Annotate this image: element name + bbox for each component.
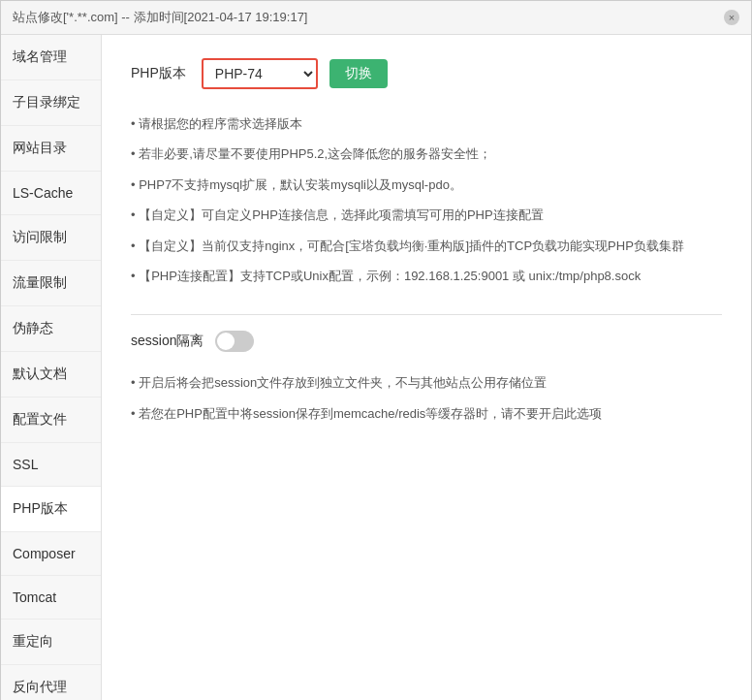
window-title: 站点修改['*.**.com] -- 添加时间[2021-04-17 19:19… — [13, 9, 307, 26]
sidebar-item-ssl[interactable]: SSL — [1, 443, 101, 487]
switch-button[interactable]: 切换 — [329, 59, 388, 88]
session-toggle[interactable] — [215, 331, 254, 352]
sidebar-item-reverse_proxy[interactable]: 反向代理 — [1, 665, 101, 700]
sidebar-item-subdir[interactable]: 子目录绑定 — [1, 80, 101, 126]
php-version-label: PHP版本 — [131, 65, 186, 82]
info-item: 若非必要,请尽量不要使用PHP5.2,这会降低您的服务器安全性； — [131, 139, 722, 169]
info-item: PHP7不支持mysql扩展，默认安装mysqli以及mysql-pdo。 — [131, 170, 722, 200]
session-row: session隔离 — [131, 331, 722, 352]
sidebar-item-default_doc[interactable]: 默认文档 — [1, 352, 101, 398]
main-window: 站点修改['*.**.com] -- 添加时间[2021-04-17 19:19… — [0, 0, 752, 700]
session-info-item: 开启后将会把session文件存放到独立文件夹，不与其他站点公用存储位置 — [131, 367, 722, 398]
sidebar-item-webroot[interactable]: 网站目录 — [1, 126, 101, 172]
sidebar-item-pseudo[interactable]: 伪静态 — [1, 306, 101, 352]
sidebar-item-domain[interactable]: 域名管理 — [1, 35, 101, 80]
info-item: 【自定义】当前仅支持nginx，可配合[宝塔负载均衡·重构版]插件的TCP负载功… — [131, 231, 722, 261]
session-label: session隔离 — [131, 333, 204, 350]
session-info-list: 开启后将会把session文件存放到独立文件夹，不与其他站点公用存储位置若您在P… — [131, 367, 722, 429]
sidebar: 域名管理子目录绑定网站目录LS-Cache访问限制流量限制伪静态默认文档配置文件… — [1, 35, 102, 700]
info-item: 【自定义】可自定义PHP连接信息，选择此项需填写可用的PHP连接配置 — [131, 200, 722, 230]
divider — [131, 314, 722, 315]
sidebar-item-tomcat[interactable]: Tomcat — [1, 576, 101, 620]
sidebar-item-lscache[interactable]: LS-Cache — [1, 172, 101, 215]
php-version-row: PHP版本 PHP-54PHP-56PHP-70PHP-71PHP-72PHP-… — [131, 58, 722, 89]
close-button[interactable]: × — [724, 10, 739, 25]
sidebar-item-access[interactable]: 访问限制 — [1, 215, 101, 261]
info-item: 请根据您的程序需求选择版本 — [131, 109, 722, 139]
info-list: 请根据您的程序需求选择版本若非必要,请尽量不要使用PHP5.2,这会降低您的服务… — [131, 109, 722, 291]
sidebar-item-config[interactable]: 配置文件 — [1, 398, 101, 443]
main-layout: 域名管理子目录绑定网站目录LS-Cache访问限制流量限制伪静态默认文档配置文件… — [1, 35, 751, 700]
info-item: 【PHP连接配置】支持TCP或Unix配置，示例：192.168.1.25:90… — [131, 261, 722, 291]
php-version-select[interactable]: PHP-54PHP-56PHP-70PHP-71PHP-72PHP-73PHP-… — [202, 58, 318, 89]
sidebar-item-php_version[interactable]: PHP版本 — [1, 487, 101, 532]
title-bar: 站点修改['*.**.com] -- 添加时间[2021-04-17 19:19… — [1, 1, 751, 35]
sidebar-item-traffic[interactable]: 流量限制 — [1, 261, 101, 306]
sidebar-item-redirect[interactable]: 重定向 — [1, 620, 101, 665]
content-area: PHP版本 PHP-54PHP-56PHP-70PHP-71PHP-72PHP-… — [102, 35, 751, 700]
sidebar-item-composer[interactable]: Composer — [1, 532, 101, 576]
session-info-item: 若您在PHP配置中将session保存到memcache/redis等缓存器时，… — [131, 398, 722, 429]
